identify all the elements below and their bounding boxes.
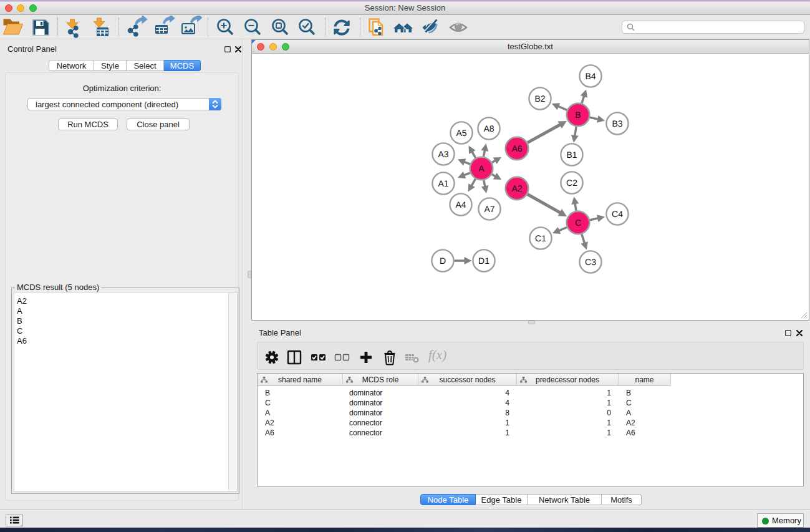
svg-text:C4: C4 [612, 209, 623, 219]
svg-text:D: D [440, 256, 446, 266]
svg-text:A2: A2 [511, 183, 522, 193]
svg-text:A8: A8 [483, 123, 494, 133]
svg-text:A4: A4 [455, 200, 466, 210]
svg-text:C1: C1 [535, 233, 546, 243]
svg-text:A: A [478, 163, 485, 173]
svg-text:D1: D1 [478, 256, 489, 266]
svg-text:A7: A7 [484, 204, 494, 214]
svg-text:B3: B3 [612, 118, 622, 128]
svg-text:C: C [575, 218, 581, 228]
svg-text:B: B [575, 110, 581, 120]
svg-text:C3: C3 [585, 257, 596, 267]
svg-text:C2: C2 [566, 178, 577, 188]
svg-text:B1: B1 [566, 150, 577, 160]
svg-text:A3: A3 [438, 149, 448, 159]
svg-text:A5: A5 [456, 128, 466, 138]
svg-text:B2: B2 [534, 94, 545, 104]
svg-text:A1: A1 [438, 178, 448, 188]
svg-text:B4: B4 [585, 71, 595, 81]
svg-text:A6: A6 [511, 143, 522, 153]
